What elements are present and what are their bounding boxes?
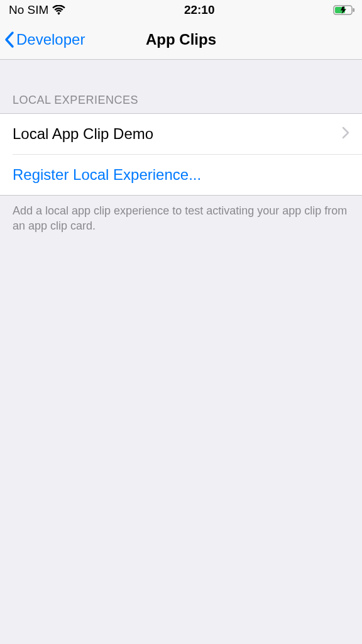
cell-label: Register Local Experience... — [13, 166, 201, 184]
settings-group: Local App Clip Demo Register Local Exper… — [0, 113, 362, 196]
carrier-text: No SIM — [9, 3, 48, 17]
status-time: 22:10 — [184, 3, 215, 17]
chevron-left-icon — [4, 31, 16, 48]
wifi-icon — [52, 5, 65, 15]
status-right — [333, 5, 356, 15]
back-button-label: Developer — [16, 31, 85, 48]
status-left: No SIM — [9, 3, 65, 17]
svg-rect-1 — [353, 8, 355, 12]
section-footer: Add a local app clip experience to test … — [0, 196, 362, 234]
battery-icon — [333, 5, 356, 15]
cell-label: Local App Clip Demo — [13, 125, 153, 143]
navigation-bar: Developer App Clips — [0, 20, 362, 60]
register-local-experience-cell[interactable]: Register Local Experience... — [0, 155, 362, 195]
section-header: LOCAL EXPERIENCES — [0, 60, 362, 113]
status-bar: No SIM 22:10 — [0, 0, 362, 20]
local-app-clip-demo-cell[interactable]: Local App Clip Demo — [0, 114, 362, 154]
back-button[interactable]: Developer — [4, 20, 85, 59]
chevron-right-icon — [342, 125, 349, 143]
